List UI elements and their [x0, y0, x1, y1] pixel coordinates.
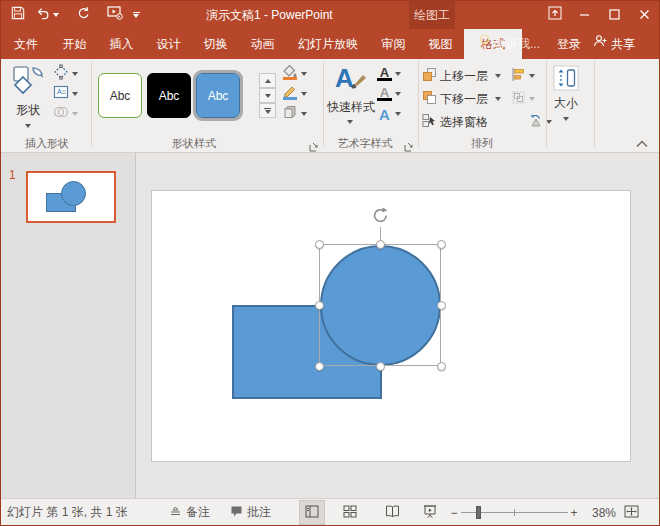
resize-handle-top[interactable]	[376, 240, 385, 249]
zoom-slider-thumb[interactable]	[476, 506, 481, 519]
zoom-out-button[interactable]: −	[449, 499, 459, 526]
shape-fill-button[interactable]	[282, 65, 307, 83]
resize-handle-top-right[interactable]	[437, 240, 446, 249]
drawing-tools-context-label: 绘图工具	[409, 1, 455, 29]
chevron-down-icon	[301, 72, 307, 76]
text-effects-button[interactable]: A	[377, 105, 401, 123]
quick-styles-label: 快速样式	[327, 99, 373, 116]
shape-fill-icon	[282, 64, 298, 84]
zoom-level-button[interactable]: 38%	[584, 499, 616, 526]
tab-file[interactable]: 文件	[1, 29, 51, 59]
tab-transitions[interactable]: 切换	[192, 29, 239, 59]
gallery-more-icon	[264, 108, 271, 114]
slide-thumbnail-1[interactable]	[26, 171, 116, 223]
group-separator	[418, 61, 419, 147]
selection-pane-button[interactable]: 选择窗格	[422, 113, 488, 131]
gallery-scroll-up-button[interactable]	[259, 73, 276, 88]
shape-outline-button[interactable]	[282, 85, 307, 103]
shape-style-preview-1[interactable]: Abc	[98, 73, 142, 118]
tab-review[interactable]: 审阅	[370, 29, 417, 59]
undo-button[interactable]	[34, 5, 52, 25]
tab-insert[interactable]: 插入	[98, 29, 145, 59]
maximize-icon	[609, 6, 620, 24]
customize-qat-button[interactable]	[130, 5, 142, 25]
chevron-down-icon	[347, 120, 353, 124]
tab-animations[interactable]: 动画	[239, 29, 286, 59]
shape-style-preview-3-selected[interactable]: Abc	[196, 73, 240, 118]
ribbon-tab-row: 文件 开始 插入 设计 切换 动画 幻灯片放映 审阅 视图 格式 告诉我... …	[1, 29, 659, 59]
redo-button[interactable]	[75, 5, 93, 25]
resize-handle-top-left[interactable]	[315, 240, 324, 249]
resize-handle-bottom-right[interactable]	[437, 362, 446, 371]
shape-style-preview-2[interactable]: Abc	[147, 73, 191, 118]
sign-in-button[interactable]: 登录	[557, 29, 581, 59]
selection-bounding-box	[319, 244, 441, 366]
chevron-down-icon	[53, 13, 59, 17]
resize-handle-bottom-left[interactable]	[315, 362, 324, 371]
tab-design[interactable]: 设计	[145, 29, 192, 59]
bring-forward-button[interactable]: 上移一层	[422, 67, 488, 85]
comments-label: 批注	[247, 504, 271, 521]
merge-shapes-button[interactable]	[53, 105, 78, 123]
ribbon-display-options-button[interactable]	[542, 1, 568, 29]
tab-home[interactable]: 开始	[51, 29, 98, 59]
text-box-button[interactable]: A	[53, 85, 78, 103]
shape-effects-icon	[282, 104, 298, 124]
gallery-more-button[interactable]	[259, 103, 276, 118]
shape-styles-dialog-launcher[interactable]	[309, 138, 319, 148]
send-backward-button[interactable]: 下移一层	[422, 90, 488, 108]
title-bar: 演示文稿1 - PowerPoint 绘图工具	[1, 1, 659, 29]
minimize-button[interactable]	[571, 1, 597, 29]
thumbnail-circle-shape	[61, 181, 86, 206]
chevron-down-icon	[25, 124, 31, 128]
zoom-in-button[interactable]: +	[569, 499, 579, 526]
zoom-slider-midpoint-tick	[514, 509, 515, 516]
shape-effects-button[interactable]	[282, 105, 307, 123]
resize-handle-right[interactable]	[437, 301, 446, 310]
close-button[interactable]	[631, 1, 657, 29]
text-fill-button[interactable]: A	[377, 65, 401, 83]
chevron-down-icon	[301, 92, 307, 96]
align-button[interactable]	[511, 67, 535, 85]
ribbon-format: 形状 A 插入形状 Abc Abc Abc	[1, 59, 659, 153]
share-button[interactable]: 共享	[593, 29, 635, 59]
group-objects-button[interactable]	[511, 90, 535, 108]
selection-pane-label: 选择窗格	[440, 114, 488, 131]
group-separator	[323, 61, 324, 147]
send-backward-dropdown[interactable]	[495, 90, 501, 108]
view-slideshow-button[interactable]	[417, 500, 443, 525]
group-label-insert-shapes: 插入形状	[15, 136, 79, 151]
rotation-handle[interactable]	[371, 206, 390, 229]
edit-shape-button[interactable]	[53, 65, 78, 83]
view-slide-sorter-button[interactable]	[337, 500, 363, 525]
lightbulb-icon	[479, 29, 490, 59]
undo-dropdown[interactable]	[51, 5, 61, 25]
quick-styles-icon: A	[327, 63, 373, 95]
collapse-ribbon-button[interactable]	[635, 135, 649, 153]
slide-number-label: 1	[9, 168, 16, 182]
wordart-dialog-launcher[interactable]	[404, 138, 414, 148]
notes-button[interactable]: 备注	[169, 499, 210, 526]
window-title: 演示文稿1 - PowerPoint	[206, 1, 333, 29]
shape-outline-icon	[282, 84, 298, 104]
size-button[interactable]: 大小	[549, 59, 583, 153]
start-slideshow-button[interactable]	[105, 5, 125, 25]
view-reading-button[interactable]	[379, 500, 405, 525]
tab-view[interactable]: 视图	[417, 29, 464, 59]
tell-me-box[interactable]: 告诉我...	[479, 29, 540, 59]
send-backward-label: 下移一层	[440, 91, 488, 108]
tab-slideshow[interactable]: 幻灯片放映	[286, 29, 370, 59]
group-separator	[91, 61, 92, 147]
bring-forward-dropdown[interactable]	[495, 67, 501, 85]
comments-button[interactable]: 批注	[230, 499, 271, 526]
edit-shape-icon	[53, 64, 69, 84]
resize-handle-left[interactable]	[315, 301, 324, 310]
view-normal-button[interactable]	[299, 500, 325, 525]
save-button[interactable]	[9, 5, 27, 25]
resize-handle-bottom[interactable]	[376, 362, 385, 371]
text-outline-button[interactable]: A	[377, 85, 401, 103]
align-icon	[511, 67, 526, 86]
fit-slide-to-window-button[interactable]	[618, 500, 644, 525]
maximize-button[interactable]	[601, 1, 627, 29]
gallery-scroll-down-button[interactable]	[259, 88, 276, 103]
